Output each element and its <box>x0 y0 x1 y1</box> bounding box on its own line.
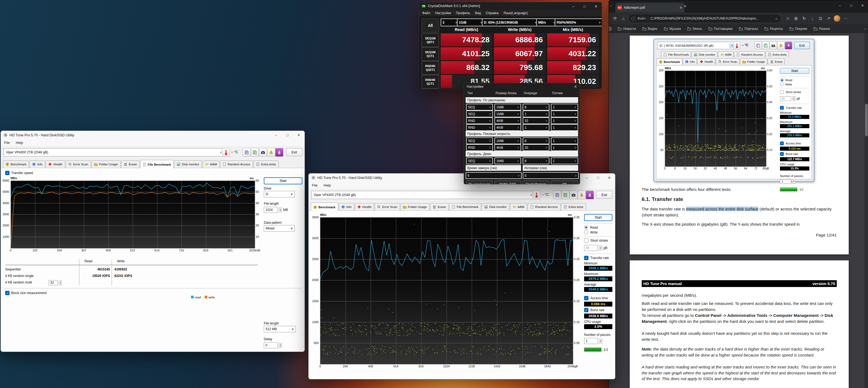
menu-item-профиль[interactable]: Профиль <box>456 11 470 15</box>
donate-button[interactable] <box>777 41 784 50</box>
tab-disk-monitor[interactable]: Disk monitor <box>691 52 717 57</box>
favorites-bar-icon[interactable]: ☆ <box>784 14 792 23</box>
stepper-arrows-icon[interactable]: ▲▼ <box>279 207 282 212</box>
profile-avatar[interactable] <box>834 15 840 22</box>
tab-disk-monitor[interactable]: Disk monitor <box>482 203 509 211</box>
exit-button[interactable]: Exit <box>794 42 810 49</box>
transfer-rate-checkbox[interactable]: ✓Transfer rate <box>780 106 809 110</box>
cdm-result-cell[interactable]: 7478.28 <box>441 33 492 46</box>
cdm-result-cell[interactable]: 7159.06 <box>547 33 599 46</box>
measure-time-select[interactable]: 5∨ <box>466 172 522 179</box>
tab-benchmark[interactable]: Benchmark <box>3 160 29 168</box>
tab-error-scan[interactable]: Error Scan <box>716 59 740 64</box>
drive-letter-select[interactable]: D:∨ <box>264 191 295 197</box>
collections-icon[interactable]: ⊞ <box>792 14 800 23</box>
maximize-icon[interactable]: □ <box>845 1 857 9</box>
tab-folder-usage[interactable]: Folder Usage <box>92 160 121 168</box>
settings-select[interactable]: 4KiB∨ <box>494 124 521 131</box>
menu-item-язык-language-[interactable]: Язык(Language) <box>503 11 528 15</box>
minimize-icon[interactable]: – <box>270 131 282 139</box>
copy-image-button[interactable] <box>251 148 259 157</box>
bookmark-покупки[interactable]: Покупки <box>789 27 807 31</box>
menu-item-file[interactable]: File <box>312 183 318 187</box>
drive-select[interactable]: Viper VP4300 2TB (2048 gB)∨ <box>311 191 535 199</box>
start-button[interactable]: Start <box>780 68 809 74</box>
settings-select[interactable]: 32∨ <box>523 117 549 124</box>
window-titlebar[interactable]: HD Tune Pro 5.70 - Hard Disk/SSD Utility… <box>1 131 305 139</box>
read-radio[interactable]: Read <box>584 225 612 229</box>
screenshot-button[interactable] <box>569 191 578 199</box>
access-time-checkbox[interactable]: ✓Access time <box>780 141 809 145</box>
settings-select[interactable]: 4KiB∨ <box>494 117 521 124</box>
transfer-speed-checkbox[interactable]: ✓ Transfer speed <box>5 171 33 175</box>
cdm-result-cell[interactable]: 6886.86 <box>494 33 546 46</box>
tab-health[interactable]: Health <box>698 59 715 64</box>
cdm-select-0[interactable]: 3∨ <box>441 19 459 26</box>
close-icon[interactable]: ✕ <box>293 131 305 139</box>
tab-aam[interactable]: AAM <box>203 160 219 168</box>
write-radio[interactable]: Write <box>780 83 809 86</box>
tab-info[interactable]: Info <box>30 160 45 168</box>
temperature-button[interactable] <box>222 148 230 157</box>
stepper-arrows-icon[interactable]: ▲▼ <box>599 246 602 250</box>
bookmark-видео[interactable]: Видео <box>643 27 657 31</box>
settings-select[interactable]: RND∨ <box>466 144 493 151</box>
tab-actions-icon[interactable]: ✓ <box>610 4 613 8</box>
stepper-arrows-icon[interactable]: ▲▼ <box>599 338 602 344</box>
save-button[interactable] <box>785 41 792 50</box>
settings-select[interactable]: 1∨ <box>523 124 549 131</box>
stepper-arrows-icon[interactable]: ▲▼ <box>792 96 796 101</box>
temperature-button[interactable] <box>733 41 740 50</box>
run-all-button[interactable]: All <box>422 19 439 33</box>
settings-select[interactable]: 8∨ <box>523 104 549 110</box>
settings-select[interactable]: 1∨ <box>551 124 578 131</box>
cdm-row-label[interactable]: SEQ1MQ1T1 <box>422 47 439 61</box>
tab-aam[interactable]: AAM <box>718 52 734 57</box>
bookmark-nexus[interactable]: Nexus <box>687 27 702 31</box>
scrollbar-thumb[interactable] <box>865 104 868 136</box>
home-icon[interactable]: ⌂ <box>619 14 627 23</box>
tab-benchmark[interactable]: Benchmark <box>657 58 682 65</box>
tab-extra-tests[interactable]: Extra tests <box>561 203 586 211</box>
minimize-icon[interactable]: – <box>834 1 845 9</box>
address-bar[interactable]: i Файл | C:/PROGRAM%20FILES%20(X86)/HD%2… <box>628 14 781 23</box>
tab-error-scan[interactable]: Error Scan <box>375 203 400 211</box>
settings-select[interactable]: RND∨ <box>466 117 493 124</box>
settings-select[interactable]: SEQ∨ <box>466 110 493 117</box>
block-size-checkbox[interactable]: ✓ Block size measurement <box>5 291 47 295</box>
copy-text-button[interactable] <box>553 191 561 199</box>
settings-select[interactable]: 4KiB∨ <box>494 144 521 151</box>
passes-stepper[interactable]: 1▲▼ <box>584 338 602 344</box>
cdm-result-cell[interactable]: 4031.22 <box>547 47 599 60</box>
favorite-star-icon[interactable]: ☆ <box>775 17 778 21</box>
settings-select[interactable]: RND∨ <box>466 124 493 131</box>
clipped-bookmark-icon[interactable] <box>609 26 612 31</box>
settings-select[interactable]: SEQ∨ <box>466 104 493 110</box>
menu-item-file[interactable]: File <box>4 141 10 145</box>
bookmark-разное[interactable]: Разное <box>814 27 830 31</box>
dialog-titlebar[interactable]: Настройки ✕ <box>464 83 580 90</box>
tab-aam[interactable]: AAM <box>510 203 527 211</box>
save-button[interactable] <box>586 191 594 199</box>
stepper-arrows-icon[interactable]: ▲▼ <box>279 343 282 348</box>
interval-select[interactable]: 5∨ <box>523 172 579 179</box>
settings-select[interactable]: SEQ∨ <box>466 137 493 144</box>
write-radio[interactable]: Write <box>584 230 612 234</box>
bookmark-музыка[interactable]: Музыка <box>664 27 681 31</box>
downloads-icon[interactable]: ↓ <box>808 14 816 23</box>
tab-file-benchmark[interactable]: File Benchmark <box>449 203 481 211</box>
settings-select[interactable]: 1∨ <box>551 144 578 151</box>
settings-button-flash-memory[interactable]: Flash Memory <box>523 181 549 184</box>
maximize-icon[interactable]: □ <box>282 131 293 139</box>
random-multi-stepper[interactable]: 32▲▼ <box>49 280 62 285</box>
cdm-select-3[interactable]: MB/s∨ <box>536 19 557 26</box>
tab-health[interactable]: Health <box>355 203 374 211</box>
settings-button-по-умолчанию[interactable]: По умолчанию <box>466 181 493 184</box>
delay-stepper[interactable]: 0 ▲▼ <box>264 343 282 348</box>
screenshot-button[interactable] <box>259 148 267 157</box>
settings-button-ok[interactable]: OK <box>551 181 578 184</box>
exit-button[interactable]: Exit <box>286 148 302 156</box>
exit-button[interactable]: Exit <box>596 191 612 199</box>
menu-item-help[interactable]: Help <box>323 183 331 187</box>
settings-select[interactable]: 8∨ <box>523 158 549 164</box>
